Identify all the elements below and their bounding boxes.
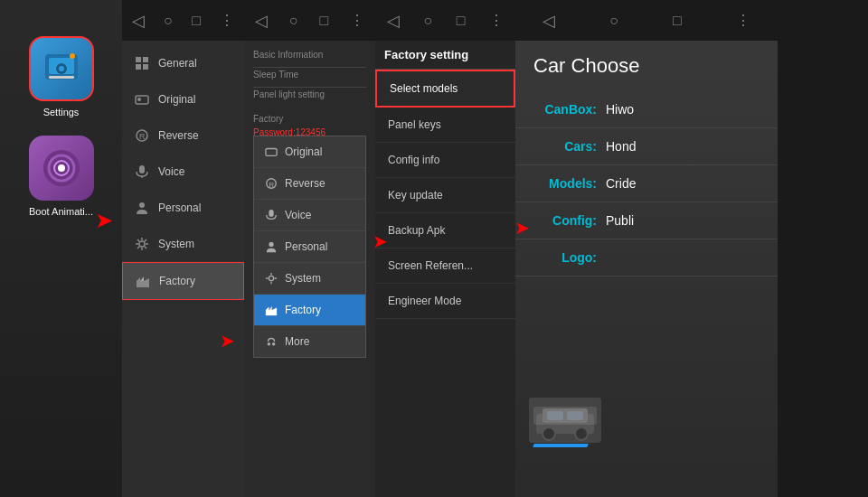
menu-icon-2[interactable]: ⋮ (220, 12, 234, 29)
decorative-blue-line (533, 444, 588, 447)
canbox-label: CanBox: (533, 102, 597, 117)
boot-app-icon (29, 136, 94, 201)
sleep-label: Sleep Time (253, 70, 366, 80)
home-icon-2[interactable]: ○ (164, 13, 173, 29)
svg-point-9 (58, 164, 65, 172)
car-thumbnail (529, 398, 601, 443)
dropdown-original[interactable]: Original (254, 136, 365, 168)
menu-general[interactable]: General (122, 45, 244, 81)
svg-text:R: R (139, 132, 146, 141)
svg-text:R: R (269, 181, 274, 189)
factory-panel-keys[interactable]: Panel keys (375, 108, 515, 143)
panel-light-label: Panel light setting (253, 89, 366, 99)
home-icon-5[interactable]: ○ (609, 13, 618, 29)
svg-rect-43 (547, 411, 563, 420)
voice-icon (133, 163, 151, 181)
logo-row: Logo: (515, 239, 778, 277)
back-icon-4[interactable]: ◁ (387, 11, 400, 31)
svg-point-36 (268, 342, 271, 346)
factory-icon (134, 272, 152, 290)
dropdown-reverse[interactable]: R Reverse (254, 168, 365, 200)
home-icon-4[interactable]: ○ (424, 13, 433, 29)
arrow-3: ➤ (373, 230, 388, 252)
settings-app[interactable]: Settings (21, 36, 102, 117)
recent-icon-5[interactable]: □ (673, 13, 682, 29)
factory-engineer-mode[interactable]: Engineer Mode (375, 284, 515, 319)
nav-bar-2: ◁ ○ □ ⋮ (122, 0, 244, 41)
logo-label: Logo: (533, 250, 597, 265)
menu-voice[interactable]: Voice (122, 154, 244, 190)
boot-animation-app[interactable]: Boot Animati... (21, 136, 102, 217)
config-label: Config: (533, 213, 597, 228)
sleep-section: Sleep Time (253, 70, 366, 80)
menu-reverse[interactable]: R Reverse (122, 117, 244, 154)
canbox-row: CanBox: Hiwo (515, 91, 778, 128)
personal-icon (133, 199, 151, 217)
svg-rect-10 (136, 57, 141, 62)
svg-point-21 (139, 241, 145, 247)
dropdown-system[interactable]: System (254, 263, 365, 295)
nav-bar-3: ◁ ○ □ ⋮ (244, 0, 375, 41)
menu-icon-5[interactable]: ⋮ (736, 12, 750, 29)
dropdown-more[interactable]: More (254, 326, 365, 357)
svg-point-41 (542, 427, 555, 440)
svg-point-31 (269, 276, 273, 280)
boot-label: Boot Animati... (29, 206, 93, 217)
original-icon (133, 90, 151, 108)
panel-settings-menu: ◁ ○ □ ⋮ General Original R Reverse Voice… (122, 0, 244, 497)
recent-icon-4[interactable]: □ (457, 13, 466, 29)
svg-marker-34 (269, 306, 272, 310)
factory-screen-ref[interactable]: Screen Referen... (375, 248, 515, 284)
arrow-1: ➤ (95, 208, 113, 233)
factory-select-models[interactable]: Select models (375, 70, 515, 108)
settings-app-icon (29, 36, 94, 101)
back-icon-3[interactable]: ◁ (255, 11, 268, 31)
svg-rect-22 (137, 281, 149, 287)
svg-marker-33 (266, 307, 269, 311)
menu-factory[interactable]: Factory (122, 262, 244, 300)
svg-marker-24 (140, 277, 144, 281)
models-label: Models: (533, 176, 597, 191)
settings-label: Settings (43, 107, 80, 117)
recent-icon-2[interactable]: □ (192, 13, 201, 29)
svg-point-4 (70, 53, 75, 59)
svg-rect-5 (49, 76, 74, 79)
menu-original[interactable]: Original (122, 81, 244, 117)
dropdown-voice[interactable]: Voice (254, 200, 365, 231)
svg-point-3 (59, 66, 64, 71)
reverse-icon: R (133, 127, 151, 145)
factory-setting-header: Factory setting (375, 41, 515, 70)
recent-icon-3[interactable]: □ (319, 13, 328, 29)
menu-icon-3[interactable]: ⋮ (350, 12, 364, 29)
nav-bar-5: ◁ ○ □ ⋮ (515, 0, 778, 41)
panel-light-section: Panel light setting (253, 89, 366, 99)
dropdown-personal[interactable]: Personal (254, 231, 365, 263)
factory-text: Factory (253, 114, 366, 124)
svg-rect-40 (542, 408, 588, 423)
factory-config-info[interactable]: Config info (375, 143, 515, 178)
home-icon-3[interactable]: ○ (289, 13, 298, 29)
system-icon (133, 235, 151, 253)
back-icon-2[interactable]: ◁ (132, 11, 145, 31)
menu-system[interactable]: System (122, 226, 244, 262)
svg-rect-32 (266, 310, 277, 315)
basic-info-section: Basic Information (253, 50, 366, 60)
menu-personal[interactable]: Personal (122, 190, 244, 226)
general-icon (133, 54, 151, 72)
panel-app-grid: Settings ➤ Boot Animati... (0, 0, 122, 497)
models-row: Models: Cride (515, 165, 778, 202)
panel-car-choose: ◁ ○ □ ⋮ Car Choose CanBox: Hiwo Cars: Ho… (515, 0, 778, 497)
svg-rect-26 (266, 149, 277, 156)
back-icon-5[interactable]: ◁ (542, 11, 555, 31)
factory-backup-apk[interactable]: Backup Apk (375, 213, 515, 248)
svg-rect-29 (269, 210, 273, 217)
menu-icon-4[interactable]: ⋮ (489, 12, 504, 29)
svg-rect-18 (139, 165, 145, 173)
canbox-value: Hiwo (606, 102, 634, 117)
factory-key-update[interactable]: Key update (375, 178, 515, 213)
dropdown-factory[interactable]: Factory (254, 295, 365, 326)
svg-rect-44 (567, 411, 583, 420)
nav-bar-4: ◁ ○ □ ⋮ (375, 0, 515, 41)
arrow-2: ➤ (220, 330, 235, 352)
svg-point-37 (272, 342, 276, 346)
